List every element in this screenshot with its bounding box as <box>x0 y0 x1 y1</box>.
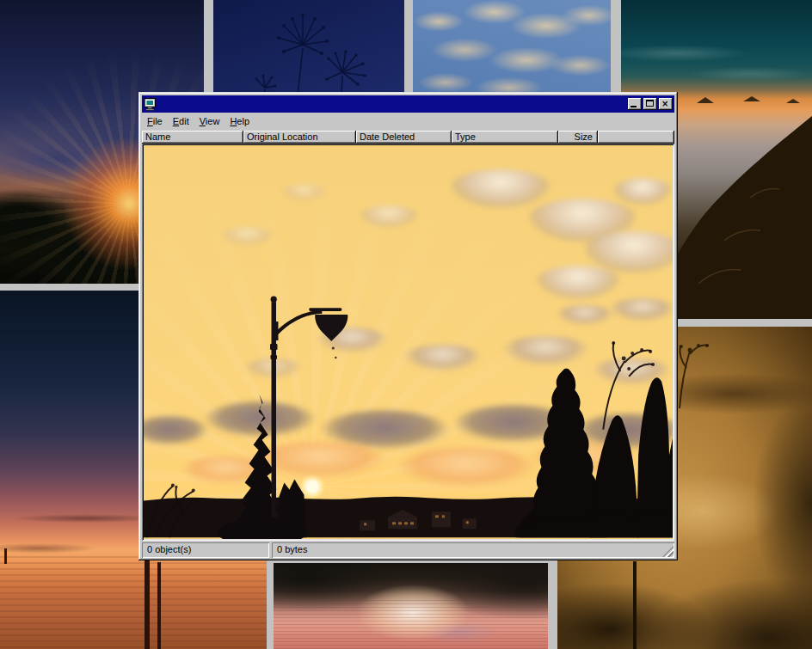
water-ripples <box>274 597 548 649</box>
column-header-original-location[interactable]: Original Location <box>243 131 356 144</box>
sunset-lamp-photo <box>144 145 673 539</box>
window-titlebar[interactable]: × <box>142 95 674 113</box>
minimize-icon <box>631 106 637 107</box>
recycle-bin-window: × File Edit View Help Name Original Loca… <box>138 92 678 560</box>
menu-bar: File Edit View Help <box>141 113 675 130</box>
menu-help[interactable]: Help <box>225 114 255 128</box>
resize-grip[interactable] <box>662 546 674 557</box>
menu-view[interactable]: View <box>194 114 225 128</box>
street-lamp-silhouette <box>270 297 348 518</box>
close-button[interactable]: × <box>659 98 673 110</box>
column-header-blank[interactable] <box>598 131 674 144</box>
status-bytes: 0 bytes <box>272 542 674 558</box>
column-header-size[interactable]: Size <box>558 131 598 144</box>
menu-file[interactable]: File <box>142 114 168 128</box>
minimize-button[interactable] <box>628 98 642 110</box>
status-bytes-text: 0 bytes <box>277 544 307 554</box>
column-header-name[interactable]: Name <box>142 131 243 144</box>
status-bar: 0 object(s) 0 bytes <box>142 542 674 558</box>
column-header-row: Name Original Location Date Deleted Type… <box>142 131 674 144</box>
computer-icon[interactable] <box>144 98 157 111</box>
list-view-area[interactable] <box>142 144 674 541</box>
column-header-date-deleted[interactable]: Date Deleted <box>356 131 452 144</box>
maximize-button[interactable] <box>643 98 657 110</box>
menu-edit[interactable]: Edit <box>168 114 194 128</box>
maximize-icon <box>646 100 654 107</box>
foreground-silhouettes <box>144 145 673 539</box>
close-icon: × <box>661 100 668 107</box>
background-photo-water-reflection <box>274 563 548 649</box>
column-header-type[interactable]: Type <box>452 131 558 144</box>
status-object-count: 0 object(s) <box>142 542 269 558</box>
